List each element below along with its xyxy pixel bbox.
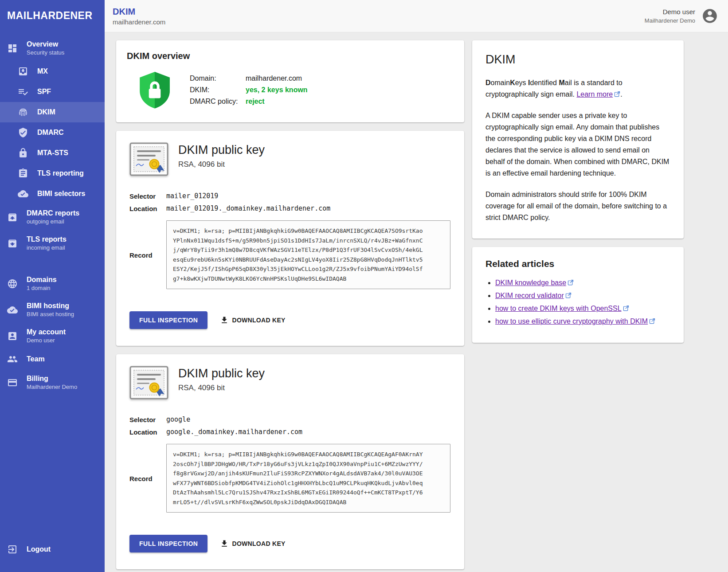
full-inspection-button[interactable]: FULL INSPECTION: [129, 535, 207, 552]
info-paragraph-3: Domain administrators should strife for …: [485, 189, 670, 223]
dkim-key-card-mailer: DKIM public key RSA, 4096 bit Selector m…: [116, 131, 464, 346]
sidebar-item-tls-reports[interactable]: TLS reportsincoming email: [0, 230, 105, 256]
tray-down-icon: [7, 238, 18, 249]
cloud-check-icon: [18, 188, 28, 199]
key-type: RSA, 4096 bit: [178, 384, 265, 392]
brand-logo: MAILHARDENER: [0, 0, 105, 35]
user-info: Demo user Mailhardener Demo: [645, 8, 695, 24]
external-link-icon: [568, 279, 574, 286]
overview-domain-value: mailhardener.com: [246, 74, 308, 82]
dkim-record-box: v=DKIM1; k=rsa; p=MIIBIjANBgkqhkiG9w0BAQ…: [166, 444, 450, 513]
dkim-record-value: v=DKIM1; k=rsa; p=MIIBIjANBgkqhkiG9w0BAQ…: [173, 226, 444, 283]
overview-dkim-status: yes, 2 keys known: [246, 86, 308, 94]
dkim-info-card: DKIM DomainKeys Identified Mail is a sta…: [472, 40, 684, 239]
sidebar-item-mta-sts[interactable]: MTA-STS: [0, 143, 105, 163]
external-link-icon: [565, 292, 571, 298]
main-area: DKIM mailhardener.com Demo user Mailhard…: [105, 0, 728, 572]
related-article-item: DKIM record validator: [495, 291, 670, 301]
dashboard-icon: [7, 43, 18, 54]
user-organization: Mailhardener Demo: [645, 17, 695, 24]
record-label: Record: [129, 251, 166, 259]
fingerprint-icon: [18, 107, 28, 118]
playlist-check-icon: [18, 86, 28, 97]
key-card-title: DKIM public key: [178, 367, 265, 380]
sidebar-item-my-account[interactable]: My accountDemo user: [0, 323, 105, 349]
people-icon: [7, 354, 18, 364]
sidebar-item-billing[interactable]: BillingMailhardener Demo: [0, 369, 105, 396]
location-label: Location: [129, 428, 166, 436]
related-article-item: how to use elliptic curve cryptography w…: [495, 317, 670, 326]
record-label: Record: [129, 474, 166, 482]
green-shield-lock-icon: [138, 71, 171, 109]
download-key-button[interactable]: DOWNLOAD KEY: [220, 539, 285, 548]
overview-row-label: DMARC policy:: [190, 98, 246, 106]
logout-icon: [7, 544, 18, 555]
credit-card-icon: [7, 377, 18, 388]
related-link-openssl-howto[interactable]: how to create DKIM keys with OpenSSL: [495, 305, 629, 312]
sidebar-item-domains[interactable]: Domains1 domain: [0, 270, 105, 297]
info-paragraph-2: A DKIM capable sender uses a private key…: [485, 110, 670, 179]
shield-check-icon: [18, 127, 28, 138]
related-article-item: DKIM knowledge base: [495, 278, 670, 288]
sidebar-item-logout[interactable]: Logout: [0, 539, 105, 560]
related-link-record-validator[interactable]: DKIM record validator: [495, 292, 571, 299]
lock-icon: [18, 148, 28, 158]
account-box-icon: [7, 331, 18, 341]
download-icon: [220, 539, 229, 548]
related-articles-card: Related articles DKIM knowledge base DKI…: [472, 247, 684, 343]
sidebar-item-team[interactable]: Team: [0, 349, 105, 369]
sidebar-item-bimi-hosting[interactable]: BIMI hostingBIMI asset hosting: [0, 297, 105, 323]
selector-value: mailer_012019: [166, 192, 218, 200]
top-bar: DKIM mailhardener.com Demo user Mailhard…: [105, 0, 728, 32]
left-column: DKIM overview Domain: mailhardener.com D…: [116, 40, 464, 569]
right-column: DKIM DomainKeys Identified Mail is a sta…: [472, 40, 684, 343]
related-articles-title: Related articles: [485, 259, 670, 269]
sidebar: MAILHARDENER OverviewSecurity status MX …: [0, 0, 105, 572]
inbox-down-icon: [18, 66, 28, 77]
location-value: google._domainkey.mailhardener.com: [166, 428, 302, 436]
info-paragraph-1: DomainKeys Identified Mail is a standard…: [485, 77, 670, 100]
download-icon: [220, 316, 229, 325]
dkim-overview-card: DKIM overview Domain: mailhardener.com D…: [116, 40, 464, 122]
overview-row-label: DKIM:: [190, 86, 246, 94]
selector-label: Selector: [129, 415, 166, 423]
external-link-icon: [623, 305, 629, 311]
dkim-record-box: v=DKIM1; k=rsa; p=MIIBIjANBgkqhkiG9w0BAQ…: [166, 220, 450, 289]
page-title: DKIM: [113, 7, 165, 17]
sidebar-item-dmarc-reports[interactable]: DMARC reportsoutgoing email: [0, 204, 105, 230]
location-value: mailer_012019._domainkey.mailhardener.co…: [166, 204, 330, 212]
related-article-item: how to create DKIM keys with OpenSSL: [495, 304, 670, 313]
key-card-title: DKIM public key: [178, 143, 265, 157]
page-subtitle: mailhardener.com: [113, 18, 165, 26]
overview-status-table: Domain: mailhardener.com DKIM: yes, 2 ke…: [190, 74, 308, 106]
dkim-key-card-google: DKIM public key RSA, 4096 bit Selector g…: [116, 354, 464, 569]
overview-row-label: Domain:: [190, 74, 246, 82]
overview-dmarc-policy-status: reject: [246, 98, 308, 106]
related-link-elliptic-curve-howto[interactable]: how to use elliptic curve cryptography w…: [495, 317, 655, 325]
globe-icon: [7, 278, 18, 289]
selector-label: Selector: [129, 192, 166, 200]
selector-value: google: [166, 415, 190, 423]
external-link-icon: [649, 318, 655, 324]
learn-more-link[interactable]: Learn more: [576, 90, 620, 98]
user-name: Demo user: [645, 8, 695, 16]
clipboard-icon: [18, 168, 28, 179]
sidebar-item-bimi-selectors[interactable]: BIMI selectors: [0, 184, 105, 204]
sidebar-item-mx[interactable]: MX: [0, 61, 105, 82]
sidebar-item-tls-reporting[interactable]: TLS reporting: [0, 163, 105, 184]
sidebar-item-dkim[interactable]: DKIM: [0, 102, 105, 122]
dkim-record-value: v=DKIM1; k=rsa; p=MIIBIjANBgkqhkiG9w0BAQ…: [173, 450, 444, 507]
sidebar-nav: OverviewSecurity status MX SPF DKIM DMAR…: [0, 35, 105, 396]
account-avatar-icon[interactable]: [701, 8, 718, 24]
sidebar-item-dmarc[interactable]: DMARC: [0, 122, 105, 143]
full-inspection-button[interactable]: FULL INSPECTION: [129, 311, 207, 329]
key-type: RSA, 4096 bit: [178, 160, 265, 169]
related-link-knowledge-base[interactable]: DKIM knowledge base: [495, 279, 574, 286]
overview-card-title: DKIM overview: [127, 51, 454, 61]
sidebar-item-overview[interactable]: OverviewSecurity status: [0, 35, 105, 61]
info-card-title: DKIM: [485, 53, 670, 67]
certificate-icon: [129, 366, 168, 400]
tray-up-icon: [7, 212, 18, 223]
download-key-button[interactable]: DOWNLOAD KEY: [220, 316, 285, 325]
sidebar-item-spf[interactable]: SPF: [0, 82, 105, 102]
